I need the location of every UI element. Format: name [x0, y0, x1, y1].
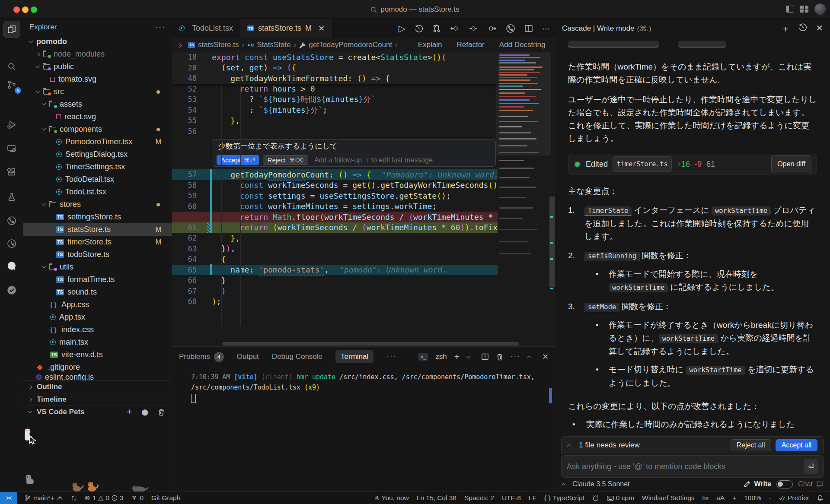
write-mode-label[interactable]: Write: [754, 480, 771, 488]
close-tab-icon[interactable]: ✕: [318, 24, 325, 33]
terminal-dropdown-icon[interactable]: [466, 354, 470, 358]
panel-more-icon[interactable]: ···: [511, 352, 520, 361]
chat-mode-label[interactable]: Chat: [798, 480, 813, 488]
tab-terminal[interactable]: Terminal: [335, 350, 374, 363]
code-line[interactable]: 67 ): [172, 286, 498, 297]
tree-item-react-svg[interactable]: react.svg: [23, 111, 172, 123]
throw-ball-icon[interactable]: ⬤: [141, 409, 148, 415]
more-actions-icon[interactable]: ⋯: [542, 24, 550, 34]
language-item[interactable]: { }TypeScript: [540, 494, 588, 502]
eol-item[interactable]: LF: [525, 494, 540, 502]
reject-button[interactable]: Reject⌘⌫: [263, 155, 308, 165]
edited-file-name[interactable]: timerStore.ts: [613, 156, 672, 172]
tree-item-stores[interactable]: stores: [23, 198, 172, 211]
code-line[interactable]: 52 return hours > 0: [172, 84, 498, 95]
split-editor-icon[interactable]: [524, 24, 533, 33]
close-panel-icon[interactable]: ✕: [542, 352, 549, 361]
tree-item-indexcss[interactable]: { }index.css: [23, 323, 172, 336]
extensions-icon[interactable]: [3, 164, 20, 181]
sticky-line[interactable]: 18export const useStatsStore = create<St…: [172, 52, 498, 63]
circle-tool-icon[interactable]: [3, 235, 20, 252]
tree-item-tododetail[interactable]: TodoDetail.tsx: [23, 173, 172, 186]
tree-item-timersettings[interactable]: TimerSettings.tsx: [23, 161, 172, 173]
tree-item-components[interactable]: components: [23, 123, 172, 136]
pull-request-icon[interactable]: [432, 24, 441, 33]
send-return-icon[interactable]: ⏎: [804, 459, 818, 474]
minimap[interactable]: [498, 52, 549, 294]
tree-item-sound[interactable]: TSsound.ts: [23, 286, 172, 298]
outline-section[interactable]: Outline: [23, 380, 172, 393]
code-line-added[interactable]: 61 return (workTimeSeconds / (workTimeMi…: [172, 222, 498, 233]
pet-gray-cat[interactable]: [24, 473, 37, 486]
open-diff-button[interactable]: Open diff: [771, 155, 811, 173]
breadcrumb-method[interactable]: getTodayPomodoroCount: [309, 41, 392, 49]
new-terminal-icon[interactable]: +: [454, 352, 460, 362]
tree-item-gitignore[interactable]: .gitignore: [23, 361, 172, 374]
kill-terminal-icon[interactable]: [496, 353, 503, 361]
remote-explorer-icon[interactable]: [3, 140, 20, 157]
model-selector-chevron[interactable]: [562, 483, 566, 488]
horizontal-scrollbar[interactable]: [222, 342, 519, 346]
testing-flask-icon[interactable]: [3, 188, 20, 206]
tree-item-todostore[interactable]: TStodoStore.ts: [23, 248, 172, 261]
tree-item-settingsdialog[interactable]: SettingsDialog.tsx: [23, 148, 172, 161]
add-pet-icon[interactable]: +: [126, 406, 132, 418]
tree-item-vite-env[interactable]: TSvite-env.d.ts: [23, 349, 172, 361]
code-line-pending-edit[interactable]: 57 getTodayPomodoroCount: () => {"Pomodo…: [172, 169, 498, 180]
search-icon[interactable]: [3, 58, 20, 75]
zoom-out-item[interactable]: -: [765, 494, 775, 502]
timeline-history-icon[interactable]: [415, 24, 423, 33]
pet-brown-cat[interactable]: [70, 481, 84, 491]
code-line[interactable]: 60 const workTimeMinutes = settings.work…: [172, 201, 498, 212]
run-file-icon[interactable]: ▷: [399, 23, 405, 34]
zoom-in-item[interactable]: +: [728, 494, 740, 502]
code-line[interactable]: 62 },: [172, 233, 498, 244]
encoding-item[interactable]: UTF-8: [498, 494, 525, 502]
git-branch-item[interactable]: main*+: [21, 494, 67, 502]
tree-item-formattime[interactable]: TSformatTime.ts: [23, 273, 172, 286]
code-line[interactable]: 59 const settings = useSettingsStore.get…: [172, 190, 498, 201]
tree-item-settingsstore[interactable]: TSsettingsStore.ts: [23, 211, 172, 223]
ports-item[interactable]: 0: [127, 494, 147, 502]
tab-output[interactable]: Output: [237, 352, 259, 361]
pets-status-icon[interactable]: [588, 495, 603, 501]
terminal-scrollbar[interactable]: [549, 388, 552, 403]
zoom-level-item[interactable]: 100%: [740, 494, 765, 502]
tree-item-timerstore[interactable]: TStimerStore.tsM: [23, 236, 172, 248]
code-line[interactable]: 63 }),: [172, 244, 498, 254]
code-line-deleted[interactable]: return Math.floor(workTimeSeconds / (wor…: [172, 212, 498, 222]
tree-item-src[interactable]: src: [23, 86, 172, 98]
shell-name[interactable]: zsh: [435, 352, 447, 361]
reject-all-button[interactable]: Reject all: [731, 439, 771, 451]
font-size-item[interactable]: aA: [712, 494, 728, 502]
overview-ruler[interactable]: [549, 52, 555, 341]
tree-item-utils[interactable]: utils: [23, 261, 172, 273]
compare-changes-item[interactable]: [67, 495, 81, 501]
cascade-logo-icon[interactable]: [3, 257, 20, 275]
code-editor[interactable]: 18export const useStatsStore = create<St…: [172, 52, 498, 341]
mode-toggle[interactable]: [776, 480, 793, 488]
code-line-pending-edit[interactable]: 65 name: 'pomodo-stats',"pomodo": Unknow…: [172, 265, 498, 276]
cpm-item[interactable]: 0 cpm: [603, 494, 638, 502]
breadcrumb-symbol[interactable]: StatsState: [257, 41, 290, 49]
pet-sleeping-cat[interactable]: [131, 484, 149, 491]
code-line[interactable]: 54 : `${minutes}分`;: [172, 105, 498, 116]
prev-change-icon[interactable]: [450, 24, 460, 33]
code-line[interactable]: 53 ? `${hours}時間${minutes}分`: [172, 94, 498, 105]
code-line[interactable]: 55 },: [172, 115, 498, 126]
remote-indicator[interactable]: ><: [0, 492, 17, 504]
sticky-line[interactable]: 20 (set, get) => ({: [172, 63, 498, 73]
tab-problems[interactable]: Problems4: [179, 352, 224, 362]
tree-item-apptsx[interactable]: App.tsx: [23, 311, 172, 323]
explorer-more-icon[interactable]: ···: [155, 23, 166, 32]
code-line[interactable]: 58 const workTimeSeconds = get().getToda…: [172, 180, 498, 191]
cascade-history-icon[interactable]: [798, 23, 807, 32]
toggle-sidebar-icon[interactable]: [786, 6, 794, 13]
new-cascade-icon[interactable]: ＋: [781, 23, 790, 35]
customize-layout-icon[interactable]: [800, 6, 808, 13]
notifications-bell-icon[interactable]: [813, 494, 827, 501]
accept-button[interactable]: Accept⌘⏎: [217, 155, 259, 165]
tree-item-eslint[interactable]: eslint.config.js: [23, 374, 172, 380]
next-change-icon[interactable]: [487, 24, 497, 33]
panel-more-tabs-icon[interactable]: ···: [386, 352, 396, 361]
